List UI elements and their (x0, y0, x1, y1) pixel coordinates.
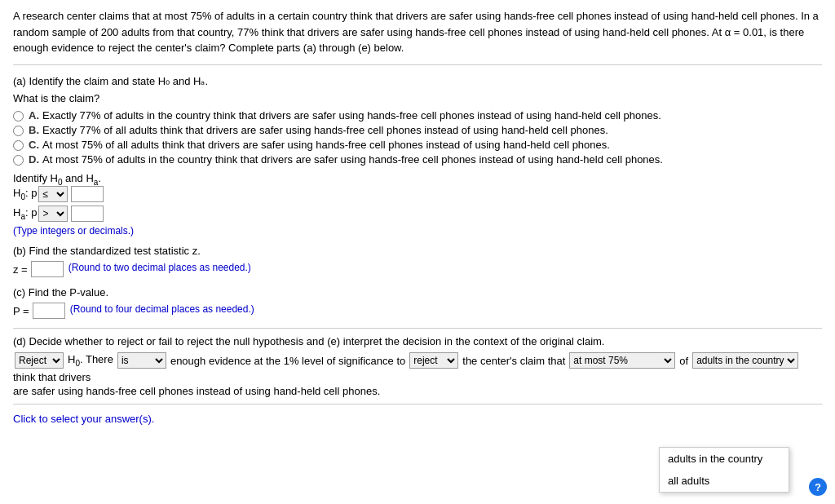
option-b-radio[interactable] (13, 126, 24, 136)
population-dropdown-popup[interactable]: adults in the country all adults (659, 447, 789, 493)
option-c-radio[interactable] (13, 140, 24, 151)
p-prefix: P = (13, 305, 29, 317)
option-b-letter: B. (29, 124, 39, 136)
h0-text: H0. There (68, 353, 113, 368)
p-hint: (Round to four decimal places as needed.… (70, 303, 254, 315)
part-c-label: (c) Find the P-value. (13, 286, 822, 298)
part-a-label: (a) Identify the claim and state H₀ and … (13, 75, 822, 87)
click-select-link[interactable]: Click to select your answer(s). (13, 413, 822, 425)
option-d-letter: D. (29, 153, 39, 166)
part-d-section: (d) Decide whether to reject or fail to … (13, 328, 822, 397)
identify-label: Identify H0 and Ha. (13, 172, 822, 187)
ha-label: Ha: p (13, 206, 37, 221)
part-b-label: (b) Find the standardized test statistic… (13, 245, 822, 257)
option-d-row: D. At most 75% of adults in the country … (13, 153, 822, 166)
population-select[interactable]: adults in the country all adults (692, 352, 798, 369)
evidence-text: enough evidence at the 1% level of signi… (170, 355, 405, 367)
claim-text: the center's claim that (462, 355, 565, 367)
decision-line1: Reject Fail to reject H0. There is is no… (13, 352, 822, 383)
z-hint: (Round to two decimal places as needed.) (68, 262, 251, 273)
option-b-text: Exactly 77% of all adults think that dri… (42, 124, 608, 136)
part-b-section: (b) Find the standardized test statistic… (13, 245, 822, 278)
evidence-select[interactable]: is is not (117, 352, 166, 369)
option-c-letter: C. (29, 139, 39, 151)
type-hint: (Type integers or decimals.) (13, 225, 822, 237)
intro-paragraph: A research center claims that at most 75… (13, 8, 822, 65)
popup-item-all[interactable]: all adults (660, 470, 789, 492)
part-c-section: (c) Find the P-value. P = (Round to four… (13, 286, 822, 320)
h0-label: H0: p (13, 187, 37, 201)
help-symbol: ? (815, 481, 821, 493)
action-select[interactable]: reject support (409, 352, 458, 369)
part-a-section: (a) Identify the claim and state H₀ and … (13, 75, 822, 237)
ha-value-input[interactable] (71, 206, 104, 222)
what-is-claim-label: What is the claim? (13, 92, 822, 104)
main-content: A research center claims that at most 75… (0, 0, 835, 433)
z-prefix: z = (13, 263, 28, 276)
decision-continuation: are safer using hands-free cell phones i… (13, 385, 380, 397)
z-input[interactable] (31, 261, 64, 277)
decision-line2: are safer using hands-free cell phones i… (13, 385, 822, 397)
of-text: of (679, 355, 688, 367)
ha-row: Ha: p > < = ≤ ≥ ≠ (13, 206, 822, 222)
option-a-radio[interactable] (13, 111, 24, 122)
h0-row: H0: p ≤ ≥ = < > ≠ (13, 186, 822, 202)
reject-select[interactable]: Reject Fail to reject (15, 352, 64, 369)
popup-item-country[interactable]: adults in the country (660, 448, 789, 470)
option-c-row: C. At most 75% of all adults think that … (13, 139, 822, 151)
think-text: think that drivers (13, 371, 91, 383)
p-input[interactable] (33, 303, 65, 319)
fraction-select[interactable]: at most 75% exactly 77% at least 75% (569, 352, 675, 369)
help-icon[interactable]: ? (809, 478, 827, 496)
h0-value-input[interactable] (71, 186, 104, 202)
option-a-text: Exactly 77% of adults in the country thi… (42, 109, 661, 122)
bottom-section: Click to select your answer(s). (13, 404, 822, 425)
z-row: z = (Round to two decimal places as need… (13, 260, 822, 278)
p-row: P = (Round to four decimal places as nee… (13, 302, 822, 320)
option-d-radio[interactable] (13, 155, 24, 166)
h0-operator-select[interactable]: ≤ ≥ = < > ≠ (38, 186, 68, 202)
option-a-row: A. Exactly 77% of adults in the country … (13, 109, 822, 122)
part-d-label: (d) Decide whether to reject or fail to … (13, 335, 822, 347)
option-d-text: At most 75% of adults in the country thi… (42, 153, 663, 166)
ha-operator-select[interactable]: > < = ≤ ≥ ≠ (38, 206, 68, 222)
option-c-text: At most 75% of all adults think that dri… (42, 139, 610, 151)
option-a-letter: A. (29, 109, 39, 122)
option-b-row: B. Exactly 77% of all adults think that … (13, 124, 822, 136)
identify-section: Identify H0 and Ha. H0: p ≤ ≥ = < > ≠ Ha… (13, 172, 822, 237)
intro-text: A research center claims that at most 75… (13, 10, 819, 54)
